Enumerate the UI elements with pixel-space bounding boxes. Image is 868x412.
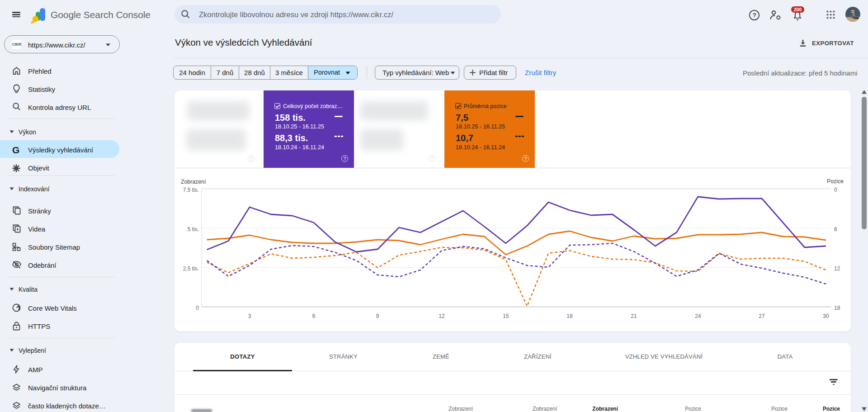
svg-text:?: ? — [752, 12, 756, 19]
